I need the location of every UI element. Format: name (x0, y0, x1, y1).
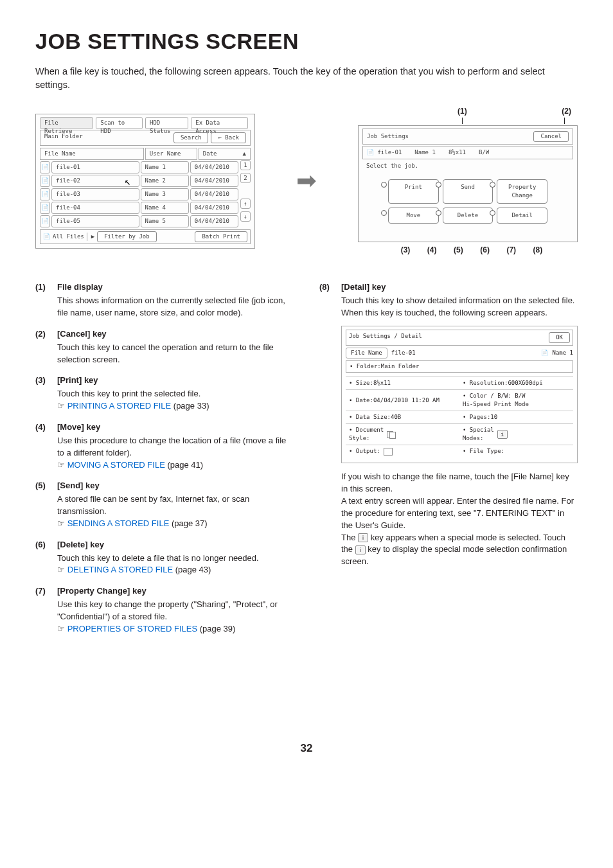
item-8-after1: If you wish to change the file name, tou… (341, 471, 578, 495)
move-button[interactable]: Move (388, 208, 439, 224)
item-body: A stored file can be sent by fax, Intern… (57, 493, 294, 518)
item-title: File display (57, 281, 294, 294)
select-job-label: Select the job. (362, 159, 573, 173)
file-name: file-05 (51, 215, 139, 227)
callout-7: (7) (502, 245, 520, 256)
file-icon: 📄 (40, 161, 50, 173)
file-list-screen: File Retrieve Scan to HDD HDD Status Ex … (35, 114, 255, 249)
item-num: (1) (35, 281, 49, 319)
item-body: Touch this key to print the selected fil… (57, 388, 294, 400)
xref-link[interactable]: PRINTING A STORED FILE (67, 401, 172, 411)
back-button[interactable]: ← Back (211, 132, 246, 143)
file-row[interactable]: 📄file-01Name 104/04/2010 (40, 161, 238, 173)
file-date: 04/04/2010 (190, 161, 238, 173)
item-8-after2: A text entry screen will appear. Enter t… (341, 495, 578, 532)
item-num: (4) (35, 421, 49, 471)
tab-hdd-status[interactable]: HDD Status (145, 117, 188, 128)
property-change-button[interactable]: PropertyChange (497, 179, 547, 204)
detail-folder: • Folder:Main Folder (346, 360, 573, 373)
file-user: Name 4 (141, 202, 189, 214)
xref-link[interactable]: PROPERTIES OF STORED FILES (67, 624, 198, 633)
batch-print[interactable]: Batch Print (195, 231, 247, 242)
file-date: 04/04/2010 (190, 202, 238, 214)
detail-panel: Job Settings / Detail OK File Name file-… (341, 326, 578, 463)
cursor-icon: ↖ (125, 174, 131, 189)
item-8-num: (8) (319, 281, 333, 568)
file-row[interactable]: 📄file-03Name 304/04/2010 (40, 188, 238, 200)
info-icon: i (355, 545, 366, 554)
item-title: [Move] key (57, 421, 294, 434)
print-button[interactable]: Print (388, 179, 439, 204)
detail-cell: • SpecialModes: i (459, 423, 573, 445)
detail-cell: • Output: (346, 445, 459, 457)
file-name: file-04 (51, 202, 139, 214)
col-filename[interactable]: File Name (40, 148, 144, 160)
xref-link[interactable]: SENDING A STORED FILE (67, 518, 170, 528)
sort-icon: ▲ (243, 150, 246, 158)
intro-text: When a file key is touched, the followin… (35, 65, 578, 92)
special-modes-icon[interactable]: i (497, 430, 508, 439)
page-number: 32 (35, 741, 578, 757)
detail-cell: • Resolution:600X600dpi (459, 376, 573, 389)
callout-4: (4) (423, 245, 441, 256)
item-8-after3: The i key appears when a special mode is… (341, 532, 578, 569)
file-icon: 📄 (40, 202, 50, 214)
detail-button[interactable]: Detail (497, 208, 547, 224)
callout-1: (1) (458, 106, 467, 117)
detail-header: Job Settings / Detail (349, 332, 422, 343)
detail-cell: • File Type: (459, 445, 573, 457)
file-user: Name 1 (141, 161, 189, 173)
xref-link[interactable]: MOVING A STORED FILE (67, 460, 165, 470)
file-name: file-03 (51, 188, 139, 200)
send-button[interactable]: Send (443, 179, 493, 204)
tab-file-retrieve[interactable]: File Retrieve (40, 117, 93, 128)
item-body: This shows information on the currently … (57, 295, 294, 319)
item-title: [Delete] key (57, 539, 294, 551)
file-icon: 📄 (40, 175, 50, 187)
scroll-up[interactable]: ↑ (240, 199, 251, 209)
filter-by-job[interactable]: Filter by Job (97, 231, 156, 242)
tab-scan-to-hdd[interactable]: Scan to HDD (96, 117, 143, 128)
page-1[interactable]: 1 (240, 160, 251, 170)
figures-row: File Retrieve Scan to HDD HDD Status Ex … (35, 106, 578, 256)
filename-button[interactable]: File Name (346, 348, 387, 359)
col-date[interactable]: Date▲ (199, 148, 251, 160)
job-settings-label: Job Settings (367, 132, 409, 141)
tab-ex-data-access[interactable]: Ex Data Access (191, 117, 248, 128)
cancel-button[interactable]: Cancel (533, 131, 569, 142)
page-title: JOB SETTINGS SCREEN (35, 26, 578, 57)
col-username[interactable]: User Name (145, 148, 197, 160)
file-user: Name 3 (141, 188, 189, 200)
detail-cell: • Size:8½x11 (346, 376, 459, 389)
detail-cell: • Data Size:40B (346, 411, 459, 423)
callout-3: (3) (396, 245, 414, 256)
item-body: Touch this key to delete a file that is … (57, 553, 294, 565)
callout-2: (2) (562, 106, 571, 117)
delete-button[interactable]: Delete (443, 208, 493, 224)
job-settings-figure: (1) (2) Job Settings Cancel 📄 file-01 Na… (358, 106, 578, 256)
detail-user: Name 1 (552, 349, 573, 357)
file-row[interactable]: 📄file-04Name 404/04/2010 (40, 202, 238, 214)
item-title: [Cancel] key (57, 328, 294, 341)
detail-cell: • Date:04/04/2010 11:20 AM (346, 389, 459, 411)
main-folder-label: Main Folder (44, 132, 83, 143)
callout-6: (6) (476, 245, 494, 256)
file-row[interactable]: 📄file-02Name 204/04/2010 (40, 175, 238, 187)
document-style-icon (387, 431, 396, 438)
file-name: file-01 (51, 161, 139, 173)
file-info-line: 📄 file-01 Name 1 8½x11 B/W (362, 146, 573, 159)
detail-cell: • DocumentStyle: (346, 423, 459, 445)
file-row[interactable]: 📄file-05Name 504/04/2010 (40, 215, 238, 227)
item-body: Use this key to change the property ("Sh… (57, 599, 294, 623)
item-8-text1: Touch this key to show detailed informat… (341, 295, 578, 307)
item-title: [Print] key (57, 375, 294, 387)
item-title: [Send] key (57, 480, 294, 492)
ok-button[interactable]: OK (549, 332, 570, 343)
search-button[interactable]: Search (173, 132, 209, 143)
page-2[interactable]: 2 (240, 173, 251, 183)
all-files-label[interactable]: All Files (53, 233, 84, 241)
detail-cell: • Color / B/W: B/WHi-Speed Print Mode (459, 389, 573, 411)
scroll-down[interactable]: ↓ (240, 211, 251, 222)
file-date: 04/04/2010 (190, 188, 238, 200)
xref-link[interactable]: DELETING A STORED FILE (67, 565, 173, 574)
